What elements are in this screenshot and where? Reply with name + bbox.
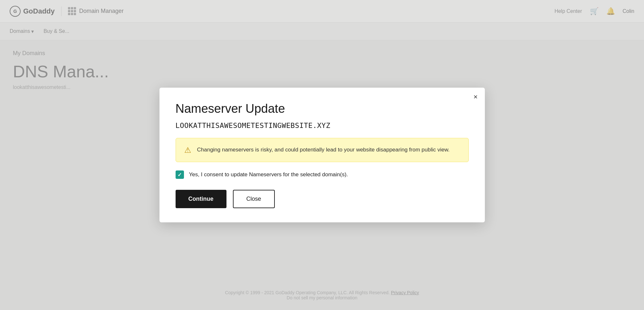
- consent-checkbox[interactable]: ✓: [176, 170, 184, 179]
- continue-button[interactable]: Continue: [176, 190, 226, 208]
- consent-row[interactable]: ✓ Yes, I consent to update Nameservers f…: [176, 170, 469, 179]
- modal-close-button[interactable]: ×: [474, 93, 478, 101]
- modal-overlay: × Nameserver Update LOOKATTHISAWESOMETES…: [0, 0, 644, 310]
- consent-label: Yes, I consent to update Nameservers for…: [189, 171, 348, 178]
- modal-domain: LOOKATTHISAWESOMETESTINGWEBSITE.XYZ: [176, 121, 469, 130]
- close-button[interactable]: Close: [233, 190, 275, 208]
- warning-icon: ⚠: [184, 146, 191, 155]
- modal-button-row: Continue Close: [176, 190, 469, 208]
- modal-title: Nameserver Update: [176, 102, 469, 116]
- warning-text: Changing nameservers is risky, and could…: [197, 145, 450, 154]
- warning-box: ⚠ Changing nameservers is risky, and cou…: [176, 138, 469, 162]
- checkmark-icon: ✓: [178, 172, 182, 178]
- nameserver-update-modal: × Nameserver Update LOOKATTHISAWESOMETES…: [159, 88, 485, 222]
